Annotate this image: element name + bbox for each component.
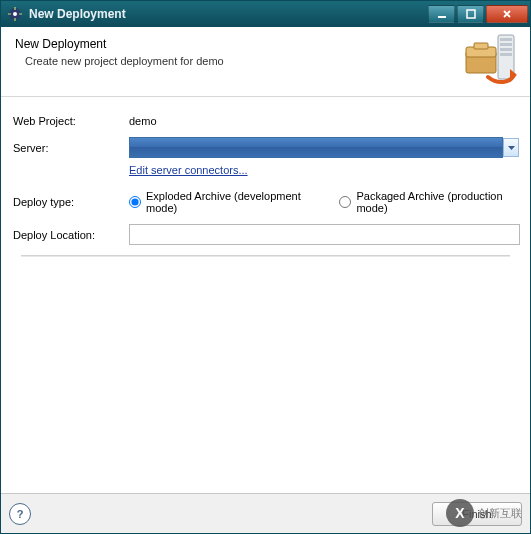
label-deploy-location: Deploy Location:	[11, 229, 129, 241]
row-web-project: Web Project: demo	[11, 115, 520, 127]
svg-rect-7	[500, 48, 512, 51]
watermark: X 创新互联	[446, 499, 522, 527]
value-web-project: demo	[129, 115, 157, 127]
watermark-badge-icon: X	[446, 499, 474, 527]
page-subtitle: Create new project deployment for demo	[15, 55, 516, 67]
close-button[interactable]	[486, 5, 528, 23]
svg-rect-5	[500, 38, 512, 41]
help-button[interactable]: ?	[9, 503, 31, 525]
row-deploy-type: Deploy type: Exploded Archive (developme…	[11, 190, 520, 214]
svg-rect-2	[438, 16, 446, 18]
maximize-button[interactable]	[457, 5, 484, 23]
page-title: New Deployment	[15, 37, 516, 51]
label-deploy-type: Deploy type:	[11, 196, 129, 208]
row-server: Server:	[11, 137, 520, 158]
label-server: Server:	[11, 142, 129, 154]
window-controls	[428, 5, 528, 23]
radio-packaged-archive-label: Packaged Archive (production mode)	[356, 190, 520, 214]
svg-rect-6	[500, 43, 512, 46]
server-combobox[interactable]	[129, 137, 503, 158]
radio-packaged-archive-input[interactable]	[339, 196, 351, 208]
dialog-header: New Deployment Create new project deploy…	[1, 27, 530, 97]
server-combobox-dropdown-button[interactable]	[503, 138, 519, 157]
svg-rect-3	[467, 10, 475, 18]
edit-server-connectors-link[interactable]: Edit server connectors...	[129, 164, 248, 176]
radio-packaged-archive[interactable]: Packaged Archive (production mode)	[339, 190, 520, 214]
separator	[21, 255, 510, 257]
deploy-location-input[interactable]	[129, 224, 520, 245]
row-deploy-location: Deploy Location:	[11, 224, 520, 245]
window-title: New Deployment	[29, 7, 428, 21]
svg-rect-8	[500, 53, 512, 56]
svg-rect-11	[474, 43, 488, 49]
form-area: Web Project: demo Server: Edit server co…	[1, 97, 530, 263]
radio-exploded-archive-label: Exploded Archive (development mode)	[146, 190, 317, 214]
svg-point-1	[13, 12, 17, 16]
minimize-button[interactable]	[428, 5, 455, 23]
row-edit-link: Edit server connectors...	[11, 164, 520, 176]
help-icon: ?	[17, 508, 24, 520]
deployment-icon	[460, 33, 520, 89]
radio-exploded-archive[interactable]: Exploded Archive (development mode)	[129, 190, 317, 214]
watermark-text: 创新互联	[478, 506, 522, 521]
app-icon	[7, 6, 23, 22]
titlebar: New Deployment	[1, 1, 530, 27]
label-web-project: Web Project:	[11, 115, 129, 127]
radio-exploded-archive-input[interactable]	[129, 196, 141, 208]
